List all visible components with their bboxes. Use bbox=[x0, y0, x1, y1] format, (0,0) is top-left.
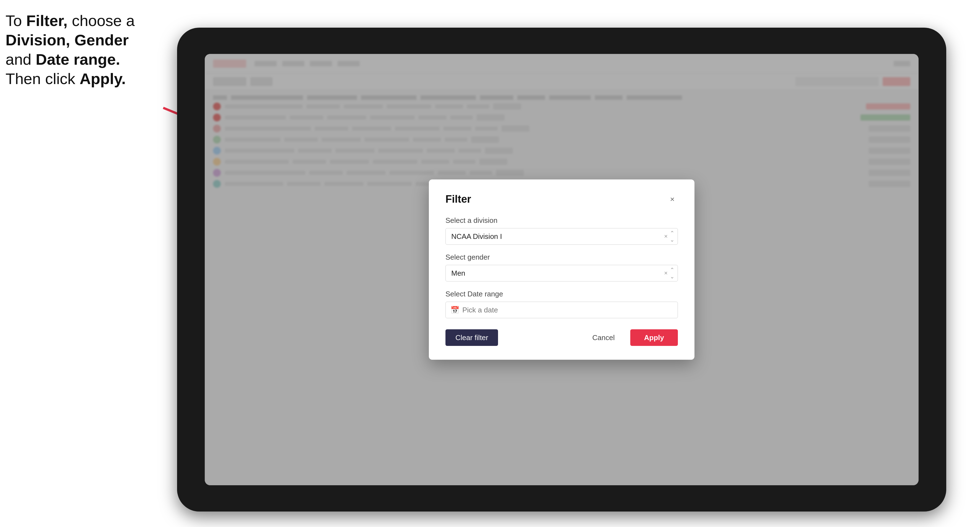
clear-filter-button[interactable]: Clear filter bbox=[445, 329, 498, 346]
instruction-daterange-bold: Date range. bbox=[36, 51, 120, 68]
instruction-prefix: To bbox=[6, 12, 26, 29]
division-select-wrapper: NCAA Division I × ⌃⌄ bbox=[445, 228, 678, 245]
instruction-apply-bold: Apply. bbox=[80, 70, 126, 87]
date-range-input[interactable] bbox=[445, 302, 678, 318]
gender-field-group: Select gender Men × ⌃⌄ bbox=[445, 253, 678, 281]
division-select[interactable]: NCAA Division I bbox=[445, 228, 678, 245]
instruction-middle: choose a bbox=[72, 12, 135, 29]
division-field-group: Select a division NCAA Division I × ⌃⌄ bbox=[445, 216, 678, 245]
instruction-filter-bold: Filter, bbox=[26, 12, 67, 29]
filter-modal: Filter × Select a division NCAA Division… bbox=[429, 179, 694, 360]
division-arrow-icon[interactable]: ⌃⌄ bbox=[670, 230, 675, 243]
modal-title: Filter bbox=[445, 193, 471, 205]
gender-select-wrapper: Men × ⌃⌄ bbox=[445, 265, 678, 281]
instruction-and: and bbox=[6, 51, 36, 68]
tablet-screen: Filter × Select a division NCAA Division… bbox=[205, 54, 919, 485]
gender-arrow-icon[interactable]: ⌃⌄ bbox=[670, 267, 675, 280]
gender-label: Select gender bbox=[445, 253, 678, 262]
instruction-then: Then click bbox=[6, 70, 80, 87]
date-input-wrapper: 📅 bbox=[445, 302, 678, 318]
tablet-device: Filter × Select a division NCAA Division… bbox=[177, 28, 946, 511]
instruction-division-bold: Division, Gender bbox=[6, 31, 129, 49]
gender-select[interactable]: Men bbox=[445, 265, 678, 281]
date-range-field-group: Select Date range 📅 bbox=[445, 290, 678, 318]
division-clear-icon[interactable]: × bbox=[664, 233, 668, 240]
division-select-controls: × ⌃⌄ bbox=[664, 230, 675, 243]
apply-button[interactable]: Apply bbox=[630, 329, 678, 346]
gender-clear-icon[interactable]: × bbox=[664, 270, 668, 276]
footer-right-actions: Cancel Apply bbox=[582, 329, 678, 346]
modal-header: Filter × bbox=[445, 193, 678, 205]
division-label: Select a division bbox=[445, 216, 678, 225]
gender-select-controls: × ⌃⌄ bbox=[664, 267, 675, 280]
instruction-panel: To Filter, choose a Division, Gender and… bbox=[6, 11, 166, 89]
date-range-label: Select Date range bbox=[445, 290, 678, 298]
cancel-button[interactable]: Cancel bbox=[582, 329, 625, 346]
modal-footer: Clear filter Cancel Apply bbox=[445, 329, 678, 346]
modal-close-button[interactable]: × bbox=[667, 194, 678, 205]
calendar-icon: 📅 bbox=[450, 306, 459, 314]
modal-overlay: Filter × Select a division NCAA Division… bbox=[205, 54, 919, 485]
